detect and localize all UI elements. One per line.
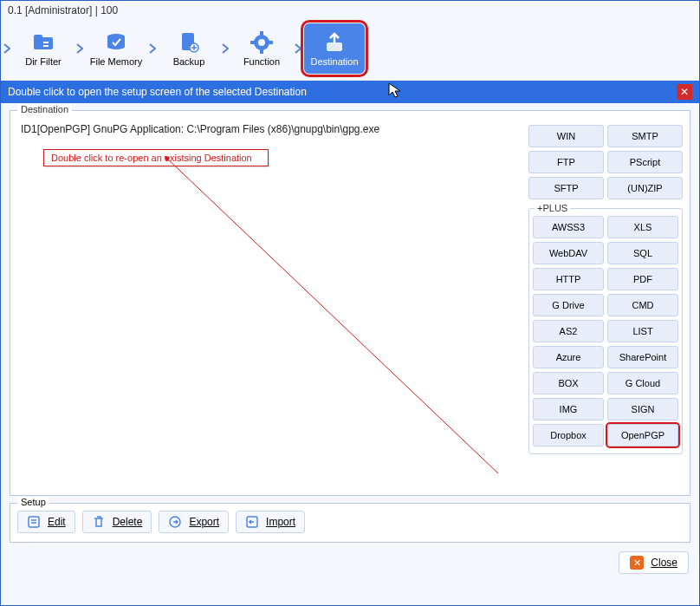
dest-btn-azure[interactable]: Azure — [533, 346, 604, 368]
import-button[interactable]: Import — [236, 511, 305, 533]
dest-btn-openpgp[interactable]: OpenPGP — [607, 424, 678, 446]
destination-button[interactable]: Destination — [304, 23, 365, 74]
export-button[interactable]: Export — [159, 511, 229, 533]
dest-btn-sql[interactable]: SQL — [607, 242, 678, 264]
svg-rect-1 — [34, 35, 42, 39]
dest-btn-win[interactable]: WIN — [528, 125, 604, 147]
dest-btn-ftp[interactable]: FTP — [528, 151, 604, 173]
setup-panel: Setup Edit Delete Export Import — [10, 503, 690, 543]
dest-btn-pscript[interactable]: PScript — [607, 151, 683, 173]
toolbar: Dir Filter File Memory Backup Function D… — [1, 20, 699, 81]
gear-icon — [250, 30, 274, 55]
dest-btn-pdf[interactable]: PDF — [607, 268, 678, 290]
toolbar-label: Function — [243, 56, 280, 67]
footer: ✕ Close — [1, 543, 699, 583]
close-button[interactable]: ✕ Close — [619, 551, 689, 574]
dest-btn-as2[interactable]: AS2 — [533, 320, 604, 342]
import-icon — [245, 515, 259, 529]
sub-header-text: Double click to open the setup screen of… — [8, 86, 307, 98]
dest-btn-sharepoint[interactable]: SharePoint — [607, 346, 678, 368]
backup-button[interactable]: Backup — [159, 23, 219, 74]
export-icon — [168, 515, 182, 529]
upload-arrow-icon — [322, 30, 347, 55]
dest-btn-list[interactable]: LIST — [607, 320, 678, 342]
dest-btn-webdav[interactable]: WebDAV — [533, 242, 604, 264]
chevron-right-icon[interactable] — [74, 23, 86, 74]
delete-label: Delete — [113, 516, 143, 528]
plus-legend: +PLUS — [535, 203, 570, 213]
dest-btn-sftp[interactable]: SFTP — [528, 177, 604, 199]
svg-rect-12 — [269, 41, 273, 44]
dest-btn-xls[interactable]: XLS — [607, 216, 678, 238]
toolbar-label: Destination — [310, 56, 358, 67]
destination-button-sidebar: WIN SMTP FTP PScript SFTP (UN)ZIP +PLUS … — [528, 121, 683, 454]
dest-btn-http[interactable]: HTTP — [533, 268, 604, 290]
sub-header: Double click to open the setup screen of… — [1, 81, 699, 103]
function-button[interactable]: Function — [231, 23, 292, 74]
svg-point-8 — [258, 39, 265, 46]
title-bar: 0.1 [Administrator] | 100 — [1, 1, 699, 20]
dir-filter-button[interactable]: Dir Filter — [13, 23, 74, 74]
dest-btn-img[interactable]: IMG — [533, 398, 604, 420]
svg-rect-10 — [260, 49, 263, 54]
dest-btn-smtp[interactable]: SMTP — [607, 125, 683, 147]
chevron-right-icon[interactable] — [292, 23, 304, 74]
chevron-right-icon[interactable] — [1, 23, 13, 74]
edit-label: Edit — [48, 516, 66, 528]
plus-group: +PLUS AWSS3 XLS WebDAV SQL HTTP PDF G Dr… — [528, 208, 683, 454]
dest-btn-cmd[interactable]: CMD — [607, 294, 678, 316]
destination-list[interactable]: ID1[OpenPGP] GnuPG Application: C:\Progr… — [17, 121, 525, 488]
document-plus-icon — [177, 30, 201, 55]
edit-button[interactable]: Edit — [17, 511, 75, 533]
svg-rect-9 — [260, 31, 263, 36]
import-label: Import — [266, 516, 295, 528]
close-x-icon: ✕ — [630, 556, 644, 570]
folder-filter-icon — [31, 30, 55, 55]
toolbar-label: Dir Filter — [25, 56, 62, 67]
dest-btn-unzip[interactable]: (UN)ZIP — [607, 177, 683, 199]
export-label: Export — [189, 516, 219, 528]
chevron-right-icon[interactable] — [219, 23, 231, 74]
delete-button[interactable]: Delete — [82, 511, 152, 533]
dest-btn-sign[interactable]: SIGN — [607, 398, 678, 420]
toolbar-label: Backup — [173, 56, 205, 67]
close-icon[interactable]: ✕ — [677, 84, 692, 100]
trash-icon — [92, 515, 106, 529]
destination-row[interactable]: ID1[OpenPGP] GnuPG Application: C:\Progr… — [17, 121, 525, 137]
chevron-right-icon[interactable] — [146, 23, 159, 74]
annotation-tip: Double click to re-open an existsing Des… — [43, 149, 269, 166]
dest-btn-box[interactable]: BOX — [533, 372, 604, 394]
toolbar-label: File Memory — [90, 56, 143, 67]
dest-btn-gdrive[interactable]: G Drive — [533, 294, 604, 316]
dest-btn-dropbox[interactable]: Dropbox — [533, 424, 604, 446]
dest-btn-awss3[interactable]: AWSS3 — [533, 216, 604, 238]
edit-icon — [27, 515, 41, 529]
destination-panel: Destination ID1[OpenPGP] GnuPG Applicati… — [10, 110, 690, 496]
setup-legend: Setup — [17, 497, 49, 507]
svg-rect-11 — [250, 41, 255, 44]
dest-btn-gcloud[interactable]: G Cloud — [607, 372, 678, 394]
close-label: Close — [651, 557, 677, 569]
svg-rect-15 — [29, 517, 39, 527]
database-check-icon — [104, 30, 128, 55]
destination-legend: Destination — [17, 104, 72, 114]
file-memory-button[interactable]: File Memory — [86, 23, 146, 74]
